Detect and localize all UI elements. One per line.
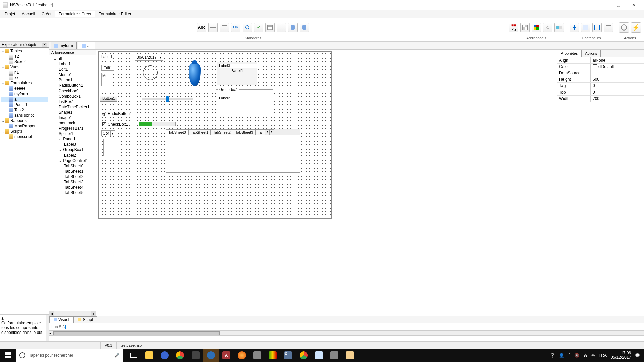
- design-pagecontrol1[interactable]: TabSheet0 TabSheet1 TabSheet2 TabSheet3 …: [166, 129, 300, 173]
- maximize-button[interactable]: ▢: [610, 0, 626, 10]
- trackbar-thumb[interactable]: [166, 96, 169, 102]
- component-tree[interactable]: ⌄ all Label1 Edit1 Memo1 Button1 RadioBu…: [49, 55, 96, 311]
- arbo-tabsheet5[interactable]: TabSheet5: [50, 190, 95, 195]
- tree-node-sans-script[interactable]: sans script: [1, 113, 48, 118]
- hscroll-thumb[interactable]: [53, 331, 220, 335]
- design-area[interactable]: Label1 30/01/2017▾ Edit1 Memo Button1 Ra…: [96, 50, 557, 316]
- design-image1[interactable]: [184, 61, 205, 87]
- tree-node-monscript[interactable]: monscript: [1, 134, 48, 139]
- tab-actions[interactable]: Actions: [581, 50, 601, 57]
- prop-row-datasource[interactable]: DataSource: [557, 70, 644, 76]
- design-progressbar1[interactable]: [139, 122, 176, 126]
- tool-edit[interactable]: [208, 23, 218, 32]
- arbo-shape1[interactable]: Shape1: [50, 110, 95, 115]
- design-label3[interactable]: Label3: [219, 64, 259, 68]
- tab-sheet0[interactable]: TabSheet0: [166, 129, 189, 135]
- design-edit1[interactable]: Edit1: [101, 65, 114, 71]
- design-shape1[interactable]: [143, 65, 158, 80]
- tree-node-sexe2[interactable]: Sexe2: [1, 59, 48, 64]
- design-label1[interactable]: Label1: [101, 55, 112, 59]
- arbo-radiobutton1[interactable]: RadioButton1: [50, 83, 95, 88]
- tree-node-test2[interactable]: Test2: [1, 107, 48, 113]
- arbo-montrack[interactable]: montrack: [50, 120, 95, 126]
- form-tab-all[interactable]: all: [78, 42, 95, 49]
- tool-radio[interactable]: [243, 23, 252, 32]
- tree-node-xx[interactable]: xx: [1, 75, 48, 80]
- menu-accueil[interactable]: Accueil: [18, 11, 38, 17]
- tab-script[interactable]: Script: [73, 316, 97, 323]
- tab-sheet4[interactable]: Tal: [255, 129, 265, 135]
- tree-node-eeeee[interactable]: eeeee: [1, 86, 48, 91]
- design-datetimepicker[interactable]: 30/01/2017▾: [135, 54, 163, 61]
- chevron-down-icon[interactable]: ▾: [158, 55, 161, 60]
- arbo-progressbar1[interactable]: ProgressBar1: [50, 126, 95, 131]
- arbo-datetimepicker1[interactable]: DateTimePicker1: [50, 104, 95, 110]
- arbo-label3[interactable]: Label3: [50, 142, 95, 147]
- close-button[interactable]: ✕: [626, 0, 641, 10]
- arbo-splitter1[interactable]: Splitter1: [50, 131, 95, 136]
- tool-label[interactable]: Abc: [197, 23, 206, 32]
- input-bar[interactable]: [49, 335, 644, 341]
- design-memo1[interactable]: Memo: [101, 73, 112, 86]
- tree-node-scripts[interactable]: ⌄Scripts: [1, 129, 48, 134]
- design-button1[interactable]: Button1: [100, 95, 117, 102]
- tool-colorgrid[interactable]: [532, 23, 541, 32]
- arbo-image1[interactable]: Image1: [50, 115, 95, 120]
- properties-grid[interactable]: Align alNone Color clDefault DataSource …: [557, 57, 644, 316]
- tool-button[interactable]: OK: [231, 23, 240, 32]
- tree-node-all[interactable]: all: [1, 97, 48, 102]
- arbo-button1[interactable]: Button1: [50, 77, 95, 83]
- arbo-listbox1[interactable]: ListBox1: [50, 99, 95, 104]
- tab-nav-next[interactable]: ▸: [270, 129, 274, 135]
- tool-splitter[interactable]: ╋: [570, 23, 579, 32]
- design-groupbox1[interactable]: GroupBox1 Label2: [216, 89, 273, 116]
- arbo-panel1[interactable]: ⌄ Panel1: [50, 136, 95, 142]
- tab-nav-prev[interactable]: ◂: [265, 129, 270, 135]
- arbo-tabsheet4[interactable]: TabSheet4: [50, 185, 95, 190]
- prop-row-tag[interactable]: Tag 0: [557, 83, 644, 89]
- design-listbox1[interactable]: [103, 139, 120, 156]
- prop-row-top[interactable]: Top 0: [557, 89, 644, 96]
- explorer-tree[interactable]: ⌄Tables T2 Sexe2 ⌄Vues n1 xx ⌄Formulaire…: [0, 48, 49, 314]
- explorer-info-scrollbar[interactable]: [46, 315, 49, 341]
- design-radiobutton1[interactable]: RadioButton1: [101, 111, 133, 116]
- arbo-checkbox1[interactable]: CheckBox1: [50, 88, 95, 94]
- arbo-root[interactable]: ⌄ all: [50, 56, 95, 61]
- arbo-scroll-right[interactable]: ▸: [91, 311, 96, 316]
- design-label2[interactable]: Label2: [219, 96, 275, 100]
- tab-sheet3[interactable]: TabSheet3: [233, 129, 256, 135]
- arbo-tabsheet0[interactable]: TabSheet0: [50, 163, 95, 169]
- tool-shape[interactable]: ◇: [543, 23, 552, 32]
- arbo-tabsheet1[interactable]: TabSheet1: [50, 169, 95, 174]
- arbo-tabsheet3[interactable]: TabSheet3: [50, 179, 95, 185]
- tool-checkbox[interactable]: ✓: [254, 23, 263, 32]
- tab-sheet2[interactable]: TabSheet2: [211, 129, 233, 135]
- tab-sheet1[interactable]: TabSheet1: [189, 129, 211, 135]
- arbo-combobox1[interactable]: ComboBox1: [50, 94, 95, 99]
- tool-pagecontrol[interactable]: [604, 23, 613, 32]
- minimize-button[interactable]: ─: [595, 0, 610, 10]
- tree-node-pourt1[interactable]: PourT1: [1, 102, 48, 107]
- tool-db2[interactable]: [300, 23, 309, 32]
- tree-node-vues[interactable]: ⌄Vues: [1, 64, 48, 70]
- arbo-memo1[interactable]: Memo1: [50, 72, 95, 77]
- prop-row-color[interactable]: Color clDefault: [557, 64, 644, 70]
- prop-row-align[interactable]: Align alNone: [557, 57, 644, 64]
- form-canvas[interactable]: Label1 30/01/2017▾ Edit1 Memo Button1 Ra…: [98, 51, 332, 219]
- menu-formulaire-editer[interactable]: Formulaire : Editer: [95, 11, 135, 17]
- design-checkbox1[interactable]: CheckBox1: [101, 122, 129, 127]
- tool-panel[interactable]: [581, 23, 590, 32]
- tool-grid[interactable]: [520, 23, 530, 32]
- script-hscroll[interactable]: ◂: [49, 330, 644, 335]
- arbo-label2[interactable]: Label2: [50, 153, 95, 158]
- tool-calendar[interactable]: ■■26: [509, 23, 518, 32]
- tab-proprietes[interactable]: Propriétés: [557, 50, 581, 57]
- tree-node-rapports[interactable]: ⌄Rapports: [1, 118, 48, 123]
- tab-visuel[interactable]: Visuel: [49, 316, 73, 323]
- arbo-edit1[interactable]: Edit1: [50, 67, 95, 72]
- tree-node-t2[interactable]: T2: [1, 54, 48, 59]
- tree-node-n1[interactable]: n1: [1, 70, 48, 75]
- arbo-scroll-left[interactable]: ◂: [49, 311, 54, 316]
- tree-node-formulaires[interactable]: ⌄Formulaires: [1, 80, 48, 86]
- menu-formulaire-creer[interactable]: Formulaire : Créer: [55, 11, 95, 17]
